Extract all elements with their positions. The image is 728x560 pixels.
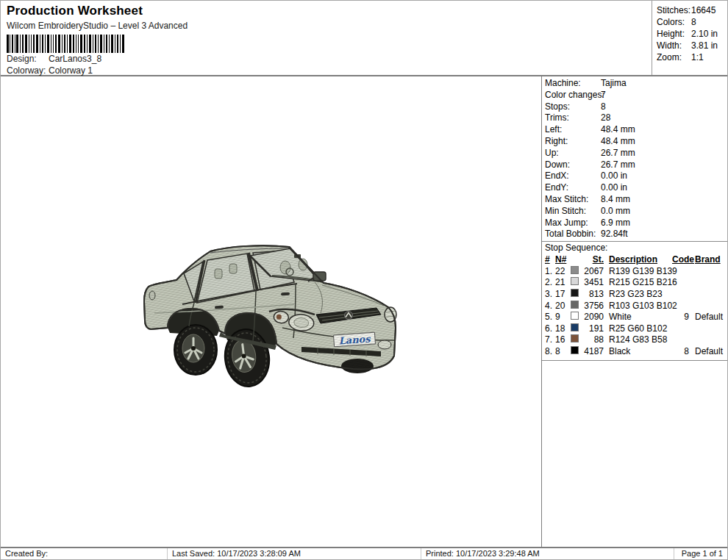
footer-printed: Printed: 10/17/2023 3:29:48 AM (421, 548, 674, 559)
machine-value: 92.84ft (601, 229, 628, 240)
machine-info: Machine:Tajima Color changes:7 Stops:8 T… (542, 76, 727, 241)
machine-label: EndY: (545, 182, 601, 194)
stop-row: 3.17813R23 G23 B23 (545, 289, 725, 301)
stats-box: Stitches:16645 Colors:8 Height:2.10 in W… (652, 1, 727, 75)
machine-value: 28 (601, 112, 610, 124)
stat-value: 2.10 in (691, 28, 718, 40)
stop-row: 6.18191R25 G60 B102 (545, 323, 725, 335)
stat-stitches: Stitches:16645 (657, 4, 726, 16)
col-desc: Description (606, 254, 672, 266)
stat-height: Height:2.10 in (657, 28, 726, 40)
col-st: St. (582, 254, 606, 266)
machine-value: 0.00 in (601, 170, 627, 182)
main-area: Lanos Machine:Tajima Color changes:7 Sto… (1, 76, 727, 547)
machine-row: EndY:0.00 in (545, 182, 724, 194)
thread-swatch (571, 312, 579, 320)
machine-row: Max Jump:6.9 mm (545, 218, 724, 229)
footer-last-saved: Last Saved: 10/17/2023 3:28:09 AM (168, 548, 421, 559)
details-panel: Machine:Tajima Color changes:7 Stops:8 T… (541, 76, 727, 547)
col-num: # (545, 254, 555, 266)
col-code: Code (672, 254, 691, 266)
thread-swatch (571, 289, 579, 297)
machine-row: Up:26.7 mm (545, 148, 724, 159)
stat-width: Width:3.81 in (657, 40, 726, 51)
stat-colors: Colors:8 (657, 16, 726, 28)
machine-row: Color changes:7 (545, 90, 724, 101)
colorway-value: Colorway 1 (49, 65, 93, 76)
machine-value: 7 (601, 90, 606, 101)
machine-label: Right: (545, 136, 601, 148)
header: Production Worksheet Wilcom EmbroiderySt… (1, 1, 727, 76)
footer-page-number: Page 1 of 1 (674, 548, 727, 559)
stop-table-header: # N# St. Description Code Brand (545, 254, 725, 266)
machine-label: Down: (545, 159, 601, 171)
stat-value: 1:1 (691, 51, 704, 63)
machine-value: 48.4 mm (601, 136, 635, 148)
machine-value: 48.4 mm (601, 124, 635, 136)
car-embroidery-image: Lanos (138, 240, 403, 388)
machine-label: Up: (545, 148, 601, 159)
stop-sequence-table: # N# St. Description Code Brand 1.222067… (542, 254, 727, 360)
stat-label: Width: (657, 40, 691, 51)
production-worksheet-page: Production Worksheet Wilcom EmbroiderySt… (0, 0, 728, 560)
machine-value: 8 (601, 101, 606, 113)
design-value: CarLanos3_8 (49, 54, 101, 65)
machine-row: Left:48.4 mm (545, 124, 724, 136)
stop-row: 7.1688R124 G83 B58 (545, 334, 725, 346)
machine-value: 0.00 in (601, 182, 627, 194)
machine-label: Left: (545, 124, 601, 136)
barcode-icon (7, 35, 126, 53)
stat-label: Zoom: (657, 51, 691, 63)
machine-row: Total Bobbin:92.84ft (545, 229, 724, 240)
machine-row: Min Stitch:0.0 mm (545, 206, 724, 218)
col-n: N# (555, 254, 571, 266)
machine-value: 26.7 mm (601, 159, 635, 171)
machine-label: Machine: (545, 78, 601, 90)
machine-value: 0.0 mm (601, 206, 630, 218)
thread-swatch (571, 266, 579, 274)
header-left: Production Worksheet Wilcom EmbroiderySt… (1, 1, 652, 75)
stat-zoom: Zoom:1:1 (657, 51, 726, 63)
machine-row: Max Stitch:8.4 mm (545, 194, 724, 206)
machine-label: Max Stitch: (545, 194, 601, 206)
machine-row: EndX:0.00 in (545, 170, 724, 182)
stat-label: Colors: (657, 16, 691, 28)
thread-swatch (571, 346, 579, 354)
stat-value: 3.81 in (691, 40, 718, 51)
design-row: Design: CarLanos3_8 (7, 54, 646, 65)
machine-value: 6.9 mm (601, 218, 630, 229)
design-label: Design: (7, 54, 49, 65)
stop-sequence-title: Stop Sequence: (542, 241, 727, 254)
stat-value: 8 (691, 16, 696, 28)
stop-row: 8.84187Black8Default (545, 346, 725, 358)
machine-label: Color changes: (545, 90, 601, 101)
colorway-label: Colorway: (7, 65, 49, 76)
app-subtitle: Wilcom EmbroideryStudio – Level 3 Advanc… (7, 21, 646, 31)
machine-row: Machine:Tajima (545, 78, 724, 90)
thread-swatch (571, 323, 579, 331)
stat-value: 16645 (691, 4, 715, 16)
machine-label: Stops: (545, 101, 601, 113)
machine-label: Min Stitch: (545, 206, 601, 218)
machine-row: Trims:28 (545, 112, 724, 124)
machine-value: 26.7 mm (601, 148, 635, 159)
thread-swatch (571, 334, 579, 342)
stop-row: 5.92090White9Default (545, 312, 725, 323)
stat-label: Stitches: (657, 4, 691, 16)
colorway-row: Colorway: Colorway 1 (7, 65, 646, 76)
machine-value: Tajima (601, 78, 627, 90)
footer: Created By: Last Saved: 10/17/2023 3:28:… (1, 547, 727, 559)
stop-row: 2.213451R215 G215 B216 (545, 277, 725, 289)
thread-swatch (571, 301, 579, 309)
thread-swatch (571, 277, 579, 285)
stop-row: 1.222067R139 G139 B139 (545, 266, 725, 278)
machine-label: Total Bobbin: (545, 229, 601, 240)
machine-row: Down:26.7 mm (545, 159, 724, 171)
machine-row: Stops:8 (545, 101, 724, 113)
stat-label: Height: (657, 28, 691, 40)
col-brand: Brand (691, 254, 725, 266)
panel-empty-space (542, 361, 727, 548)
machine-label: Trims: (545, 112, 601, 124)
rear-wheel (174, 325, 217, 375)
page-title: Production Worksheet (7, 4, 646, 18)
